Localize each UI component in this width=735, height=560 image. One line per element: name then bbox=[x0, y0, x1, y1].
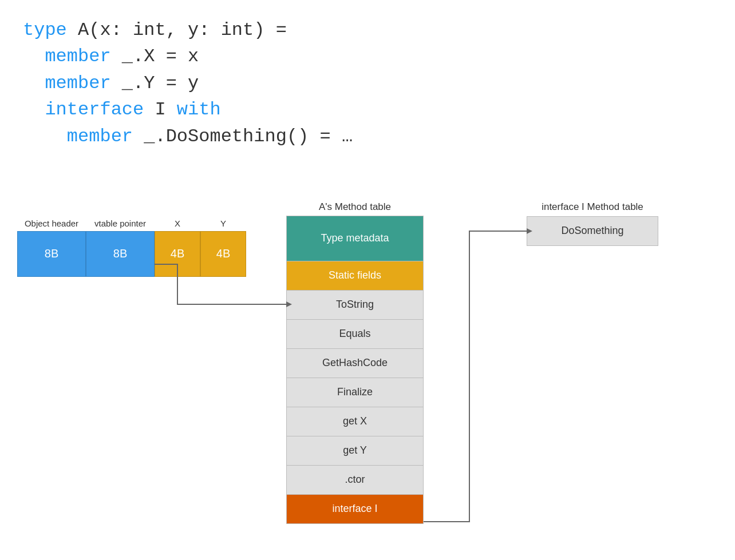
method-table: A's Method table Type metadata Static fi… bbox=[286, 201, 424, 524]
y-field-box: 4B bbox=[200, 231, 246, 277]
code-line-4: interface I with bbox=[23, 97, 712, 123]
code-block: type A(x: int, y: int) = member _.X = x … bbox=[0, 0, 735, 161]
vtable-ptr-box: 8B bbox=[86, 231, 155, 277]
mt-get-x: get X bbox=[286, 407, 424, 436]
memory-labels: Object header vtable pointer X Y bbox=[17, 219, 246, 229]
x-field-box: 4B bbox=[155, 231, 200, 277]
vtable-pointer-label: vtable pointer bbox=[86, 219, 155, 229]
iface-table: interface I Method table DoSomething bbox=[527, 201, 658, 246]
keyword-type: type bbox=[23, 19, 67, 41]
y-label: Y bbox=[200, 219, 246, 229]
keyword-member-3: member bbox=[67, 126, 133, 147]
code-line-2: member _.X = x bbox=[23, 43, 712, 70]
method-table-title: A's Method table bbox=[286, 201, 424, 213]
mt-gethashcode: GetHashCode bbox=[286, 348, 424, 378]
code-line-5: member _.DoSomething() = … bbox=[23, 124, 712, 150]
diagram-section: Object header vtable pointer X Y 8B 8B 4… bbox=[0, 184, 735, 560]
keyword-with: with bbox=[177, 99, 221, 120]
memory-boxes: 8B 8B 4B 4B bbox=[17, 231, 246, 277]
code-line-1: type A(x: int, y: int) = bbox=[23, 17, 712, 43]
mt-type-metadata: Type metadata bbox=[286, 216, 424, 261]
mt-interface-i: interface I bbox=[286, 494, 424, 524]
mt-get-y: get Y bbox=[286, 436, 424, 466]
x-label: X bbox=[155, 219, 200, 229]
mt-equals: Equals bbox=[286, 319, 424, 349]
code-line-3: member _.Y = y bbox=[23, 70, 712, 97]
mt-finalize: Finalize bbox=[286, 378, 424, 407]
iface-table-title: interface I Method table bbox=[527, 201, 658, 213]
iface-do-something: DoSomething bbox=[527, 216, 658, 246]
mt-ctor: .ctor bbox=[286, 465, 424, 495]
mt-tostring: ToString bbox=[286, 290, 424, 320]
obj-header-label: Object header bbox=[17, 219, 86, 229]
obj-header-box: 8B bbox=[17, 231, 86, 277]
keyword-member-1: member bbox=[45, 46, 110, 67]
keyword-interface: interface bbox=[45, 99, 144, 120]
keyword-member-2: member bbox=[45, 73, 110, 94]
mt-static-fields: Static fields bbox=[286, 261, 424, 291]
memory-layout: Object header vtable pointer X Y 8B 8B 4… bbox=[17, 219, 246, 277]
